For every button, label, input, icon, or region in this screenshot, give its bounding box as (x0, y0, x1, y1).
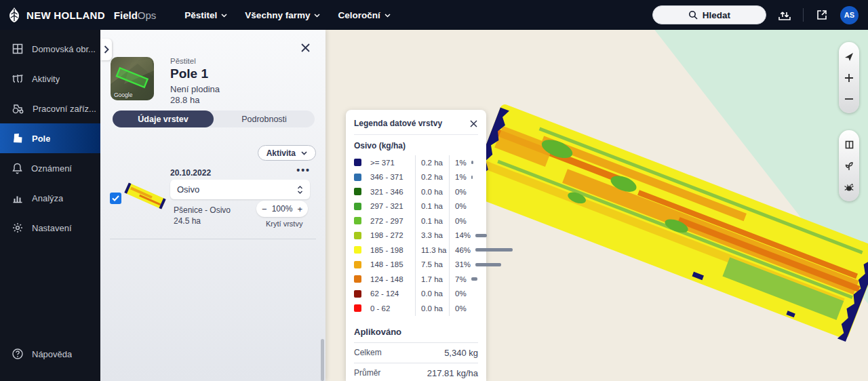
open-external-icon[interactable] (814, 7, 829, 22)
product-area: 24.5 ha (174, 216, 231, 226)
coverage-value: 100% (272, 204, 293, 214)
nav-menu-label: Celoroční (338, 10, 380, 20)
legend-percent: 1% (449, 155, 478, 170)
crop-plant-icon[interactable] (839, 155, 859, 176)
legend-row: 272 - 2970.1 ha0% (354, 214, 478, 228)
legend-range: 198 - 272 (370, 231, 415, 239)
legend-range: 148 - 185 (370, 260, 415, 268)
sidebar-item-label: Domovská obr... (32, 44, 96, 54)
zoom-in-icon[interactable] (839, 67, 859, 88)
legend-title: Legenda datové vrstvy (354, 119, 442, 128)
legend-row: 185 - 19811.3 ha46% (354, 243, 478, 258)
field-header: Google Pěstitel Pole 1 Není plodina 28.8… (111, 57, 220, 106)
tab-podrobnosti[interactable]: Podrobnosti (214, 111, 315, 127)
legend-header: Legenda datové vrstvy (354, 119, 478, 135)
tab--daje-vrstev[interactable]: Údaje vrstev (113, 111, 214, 127)
import-export-icon[interactable] (777, 7, 792, 22)
sidebar-item-pracovn-za-z[interactable]: Pracovní zaříz... (0, 94, 100, 123)
brand-logo[interactable]: NEW HOLLAND FieldOps (0, 7, 156, 23)
panel-scrollbar[interactable] (321, 339, 324, 381)
brand-product: FieldOps (114, 9, 157, 21)
legend-percent: 0% (449, 184, 478, 199)
map-zoom-pill (839, 42, 859, 113)
product-name: Pšenice - Osivo (174, 205, 231, 216)
legend-area: 0.0 ha (415, 184, 449, 199)
field-crop: Není plodina (170, 84, 220, 95)
checkmark-icon (112, 195, 119, 201)
brand-product-light: Ops (138, 9, 157, 21)
user-avatar[interactable]: AS (840, 6, 859, 24)
coverage-label: Krytí vrstvy (266, 220, 302, 228)
pest-scouting-icon[interactable] (839, 176, 859, 197)
field-meta: Pěstitel Pole 1 Není plodina 28.8 ha (170, 57, 220, 106)
brand-product-bold: Field (114, 9, 138, 21)
legend-range: 272 - 297 (370, 217, 415, 225)
nav-menu-item[interactable]: Celoroční (338, 10, 390, 20)
legend-color-swatch (354, 304, 361, 312)
legend-percent: 31% (449, 258, 501, 273)
sidebar-item-nastaven[interactable]: Nastavení (0, 213, 100, 243)
legend-range: 321 - 346 (370, 188, 415, 196)
new-holland-leaf-icon (7, 7, 22, 23)
panel-close-icon[interactable] (298, 41, 312, 54)
home-grid-icon (12, 43, 24, 55)
field-title: Pole 1 (170, 66, 220, 81)
sidebar-item-anal-za[interactable]: Analýza (0, 183, 100, 213)
sidebar-item-ozn-men[interactable]: Oznámení (0, 153, 100, 183)
legend-color-swatch (354, 261, 361, 268)
top-navbar: NEW HOLLAND FieldOps PěstitelVšechny far… (0, 0, 868, 30)
locate-icon[interactable] (839, 46, 859, 67)
legend-percent-bar (471, 277, 477, 281)
legend-color-swatch (354, 174, 361, 181)
sidebar-item-label: Pole (32, 134, 50, 144)
sidebar-item-pole[interactable]: Pole (0, 123, 100, 153)
activity-layer-checkbox[interactable] (110, 193, 121, 204)
nav-menu-item[interactable]: Pěstitel (184, 10, 227, 20)
coverage-increase-button[interactable]: + (297, 204, 302, 214)
sidebar-footer: Nápověda (0, 339, 100, 381)
nav-menu-item[interactable]: Všechny farmy (245, 10, 320, 20)
sidebar-item-domovsk-obr[interactable]: Domovská obr... (0, 34, 100, 64)
field-satellite-thumbnail[interactable]: Google (111, 57, 154, 100)
coverage-decrease-button[interactable]: − (262, 204, 267, 214)
chevron-right-icon (104, 45, 109, 54)
legend-percent: 7% (449, 272, 478, 287)
legend-row: 297 - 3210.1 ha0% (354, 199, 478, 214)
activity-filter-label: Aktivita (267, 148, 296, 158)
sidebar-nav-list: Domovská obr...AktivityPracovní zaříz...… (0, 30, 100, 243)
layer-type-select[interactable]: Osivo (170, 180, 310, 199)
nav-menu-label: Všechny farmy (245, 10, 310, 20)
legend-row: 148 - 1857.5 ha31% (354, 258, 478, 273)
legend-unit-label: Osivo (kg/ha) (354, 141, 478, 151)
brand-name: NEW HOLLAND (26, 9, 105, 21)
legend-percent-bar (471, 176, 473, 179)
legend-range: 0 - 62 (370, 304, 415, 313)
activity-layer-thumbnail[interactable] (123, 174, 167, 218)
help-icon (12, 348, 24, 360)
activity-date: 20.10.2022 (170, 168, 211, 178)
sidebar-item-label: Nápověda (32, 349, 72, 359)
legend-area: 0.2 ha (415, 170, 449, 185)
applied-value: 5,340 kg (444, 348, 478, 358)
sidebar-item-aktivity[interactable]: Aktivity (0, 64, 100, 94)
gear-icon (12, 222, 24, 234)
map-layers-icon[interactable] (839, 134, 859, 155)
activity-overflow-menu[interactable]: ••• (296, 165, 311, 176)
legend-range: >= 371 (370, 159, 415, 167)
applied-label: Průměr (354, 368, 380, 378)
activity-filter-button[interactable]: Aktivita (258, 145, 316, 161)
legend-percent-bar (475, 248, 513, 252)
search-input[interactable]: Hledat (652, 5, 766, 24)
sidebar-item-n-pov-da[interactable]: Nápověda (0, 339, 100, 369)
legend-color-swatch (354, 246, 361, 254)
navbar-divider (803, 8, 804, 22)
legend-color-swatch (354, 203, 361, 210)
legend-area: 0.1 ha (415, 199, 449, 214)
legend-percent-bar (475, 263, 501, 266)
legend-area: 7.5 ha (415, 258, 449, 273)
legend-close-icon[interactable] (469, 119, 478, 128)
zoom-out-icon[interactable] (839, 88, 859, 109)
legend-percent: 0% (449, 287, 478, 302)
nav-menu-label: Pěstitel (184, 10, 217, 20)
legend-row: >= 3710.2 ha1% (354, 155, 478, 170)
